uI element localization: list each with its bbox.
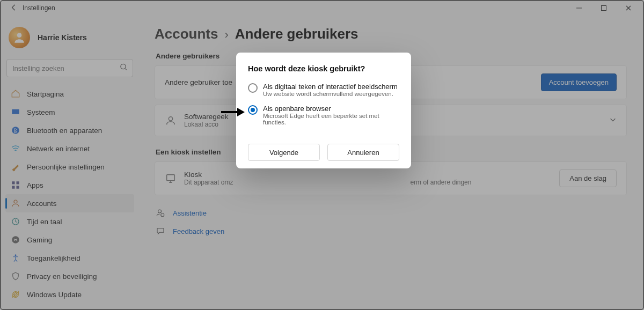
- next-button[interactable]: Volgende: [248, 144, 320, 161]
- cancel-button[interactable]: Annuleren: [327, 144, 399, 161]
- option-digital-sign[interactable]: Als digitaal teken of interactief beelds…: [248, 83, 399, 97]
- option-public-browser[interactable]: Als openbare browser Microsoft Edge heef…: [248, 105, 399, 126]
- radio-selected[interactable]: [248, 105, 258, 115]
- annotation-arrow: [221, 108, 245, 116]
- radio-unselected[interactable]: [248, 83, 258, 93]
- option1-title: Als digitaal teken of interactief beelds…: [263, 83, 398, 91]
- option2-subtitle: Microsoft Edge heeft een beperkte set me…: [263, 113, 399, 126]
- option1-subtitle: Uw website wordt schermvullend weergegev…: [263, 91, 398, 97]
- dialog-title: Hoe wordt deze kiosk gebruikt?: [248, 64, 399, 73]
- kiosk-usage-dialog: Hoe wordt deze kiosk gebruikt? Als digit…: [236, 53, 411, 168]
- option2-title: Als openbare browser: [263, 105, 399, 113]
